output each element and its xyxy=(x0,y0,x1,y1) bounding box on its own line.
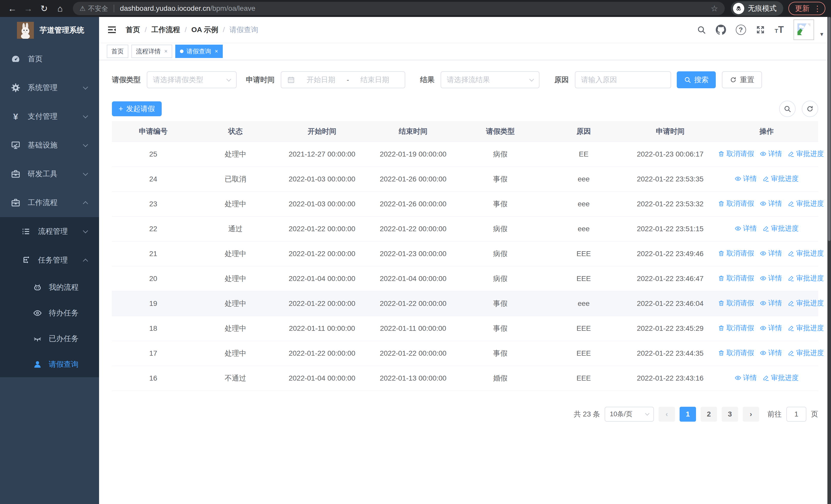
sidebar-item-done-tasks[interactable]: 已办任务 xyxy=(0,326,99,352)
detail-link[interactable]: 详情 xyxy=(735,373,757,382)
trash-icon xyxy=(718,275,725,282)
cancel-leave-link[interactable]: 取消请假 xyxy=(718,249,754,258)
cancel-leave-link[interactable]: 取消请假 xyxy=(718,149,754,158)
cell-type: 病假 xyxy=(459,216,542,241)
cancel-leave-link[interactable]: 取消请假 xyxy=(718,298,754,308)
avatar[interactable] xyxy=(794,20,814,40)
sidebar-item-payment[interactable]: ¥ 支付管理 xyxy=(0,102,99,131)
next-page-button[interactable]: › xyxy=(743,407,759,422)
cancel-leave-link[interactable]: 取消请假 xyxy=(718,273,754,283)
incognito-badge: 无痕模式 xyxy=(731,1,783,16)
page-button-2[interactable]: 2 xyxy=(700,407,717,422)
cell-reason: EEE xyxy=(542,341,625,366)
fullscreen-icon[interactable] xyxy=(756,25,765,34)
browser-home-icon[interactable]: ⌂ xyxy=(53,4,67,13)
apply-time-range-input[interactable]: 开始日期 - 结束日期 xyxy=(281,71,405,88)
font-size-icon[interactable]: TT xyxy=(775,24,784,35)
sidebar-item-system[interactable]: 系统管理 xyxy=(0,73,99,102)
sidebar-item-infrastructure[interactable]: 基础设施 xyxy=(0,131,99,159)
cell-status: 处理中 xyxy=(195,316,277,341)
approval-progress-link[interactable]: 审批进度 xyxy=(763,174,799,183)
approval-progress-link[interactable]: 审批进度 xyxy=(787,273,824,283)
approval-progress-link[interactable]: 审批进度 xyxy=(787,149,824,158)
help-icon[interactable]: ? xyxy=(736,25,746,35)
show-search-button[interactable] xyxy=(779,100,796,117)
browser-reload-icon[interactable]: ↻ xyxy=(37,3,51,13)
sidebar-item-my-process[interactable]: 我的流程 xyxy=(0,274,99,300)
detail-link[interactable]: 详情 xyxy=(760,273,782,283)
detail-link[interactable]: 详情 xyxy=(760,348,782,357)
approval-progress-link[interactable]: 审批进度 xyxy=(787,199,824,208)
cell-actions: 取消请假详情审批进度 xyxy=(715,266,818,291)
detail-link[interactable]: 详情 xyxy=(760,323,782,333)
detail-link[interactable]: 详情 xyxy=(735,174,757,183)
search-button[interactable]: 搜索 xyxy=(677,71,716,88)
detail-link[interactable]: 详情 xyxy=(760,149,782,158)
approval-progress-link[interactable]: 审批进度 xyxy=(787,348,824,357)
url-text: dashboard.yudao.iocoder.cn/bpm/oa/leave xyxy=(120,4,255,12)
create-leave-button[interactable]: + 发起请假 xyxy=(112,101,162,116)
tag-leave-query[interactable]: 请假查询 × xyxy=(175,45,223,58)
browser-menu-icon[interactable]: ⋮ xyxy=(813,4,821,13)
search-icon[interactable] xyxy=(697,25,706,34)
app-logo[interactable]: 芋道管理系统 xyxy=(0,17,99,39)
tag-process-detail[interactable]: 流程详情 × xyxy=(132,45,172,58)
refresh-icon xyxy=(806,105,814,113)
prev-page-button[interactable]: ‹ xyxy=(659,407,675,422)
reset-button[interactable]: 重置 xyxy=(722,71,762,88)
browser-update-button[interactable]: 更新 ⋮ xyxy=(789,2,825,15)
sidebar-collapse-icon[interactable] xyxy=(107,25,117,35)
approval-progress-link[interactable]: 审批进度 xyxy=(787,249,824,258)
sidebar-item-dev-tools[interactable]: 研发工具 xyxy=(0,159,99,188)
refresh-table-button[interactable] xyxy=(802,100,818,117)
breadcrumb-oa-example[interactable]: OA 示例 xyxy=(192,25,219,35)
detail-link[interactable]: 详情 xyxy=(735,224,757,233)
cell-start: 2022-01-22 00:00:00 xyxy=(277,241,368,266)
detail-link[interactable]: 详情 xyxy=(760,199,782,208)
approval-progress-link[interactable]: 审批进度 xyxy=(787,298,824,308)
app-title: 芋道管理系统 xyxy=(39,25,84,35)
close-icon[interactable]: × xyxy=(215,48,218,55)
page-button-1[interactable]: 1 xyxy=(680,407,696,422)
sidebar-item-home[interactable]: 首页 xyxy=(0,45,99,73)
close-icon[interactable]: × xyxy=(164,48,168,55)
sidebar-item-todo-tasks[interactable]: 待办任务 xyxy=(0,300,99,326)
tree-icon xyxy=(21,255,31,265)
reason-input[interactable]: 请输入原因 xyxy=(575,71,671,88)
result-select[interactable]: 请选择流结果 xyxy=(441,71,540,88)
tag-home[interactable]: 首页 xyxy=(107,45,128,58)
cancel-leave-link[interactable]: 取消请假 xyxy=(718,348,754,357)
cell-type: 事假 xyxy=(459,291,542,316)
caret-down-icon[interactable]: ▾ xyxy=(820,31,823,38)
sidebar-item-process-management[interactable]: 流程管理 xyxy=(0,217,99,246)
cancel-leave-link[interactable]: 取消请假 xyxy=(718,323,754,333)
approval-progress-link[interactable]: 审批进度 xyxy=(787,323,824,333)
cell-actions: 详情审批进度 xyxy=(715,216,818,241)
approval-progress-link[interactable]: 审批进度 xyxy=(763,224,799,233)
page-scrollbar[interactable] xyxy=(827,17,831,504)
address-bar[interactable]: ⚠ 不安全 dashboard.yudao.iocoder.cn/bpm/oa/… xyxy=(73,2,725,15)
col-start-time: 开始时间 xyxy=(277,121,368,142)
chevron-down-icon xyxy=(645,411,650,416)
cell-type: 病假 xyxy=(459,241,542,266)
page-size-select[interactable]: 10条/页 xyxy=(605,407,654,422)
approval-progress-link[interactable]: 审批进度 xyxy=(763,373,799,382)
detail-link[interactable]: 详情 xyxy=(760,249,782,258)
robot-icon xyxy=(33,283,42,292)
bookmark-star-icon[interactable]: ☆ xyxy=(711,4,718,13)
cancel-leave-link[interactable]: 取消请假 xyxy=(718,199,754,208)
detail-link[interactable]: 详情 xyxy=(760,298,782,308)
breadcrumb-home[interactable]: 首页 xyxy=(126,25,140,35)
sidebar-item-workflow[interactable]: 工作流程 xyxy=(0,188,99,217)
not-secure-warning[interactable]: ⚠ 不安全 xyxy=(80,4,108,13)
page-button-3[interactable]: 3 xyxy=(722,407,738,422)
github-icon[interactable] xyxy=(716,25,726,35)
scrollbar-thumb[interactable] xyxy=(828,17,830,241)
breadcrumb-workflow[interactable]: 工作流程 xyxy=(151,25,180,35)
leave-type-select[interactable]: 请选择请假类型 xyxy=(147,71,237,88)
sidebar-item-task-management[interactable]: 任务管理 xyxy=(0,246,99,274)
browser-back-icon[interactable]: ← xyxy=(6,4,19,13)
goto-page-input[interactable] xyxy=(786,407,806,422)
sidebar-item-leave-query[interactable]: 请假查询 xyxy=(0,352,99,377)
browser-forward-icon[interactable]: → xyxy=(22,4,35,13)
